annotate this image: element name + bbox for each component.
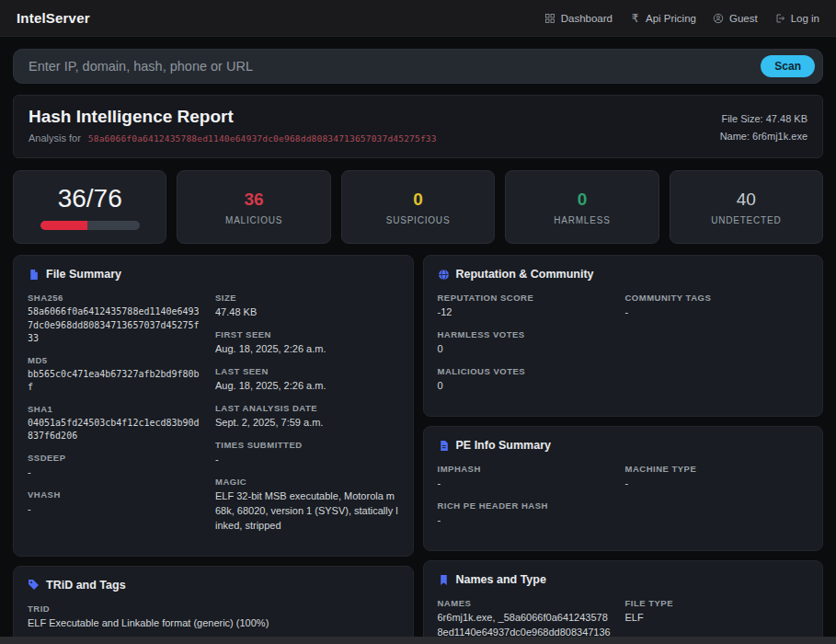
page-title: Hash Intelligence Report xyxy=(29,107,437,127)
harmless-label: HARMLESS xyxy=(554,215,610,225)
nav-item-dashboard[interactable]: Dashboard xyxy=(544,12,613,24)
detection-progress-bar xyxy=(40,221,140,230)
logout-icon xyxy=(774,12,786,24)
file-icon xyxy=(28,269,40,281)
left-column: File Summary SHA256 58a6066f0a6412435788… xyxy=(13,255,414,644)
nav-label-dashboard: Dashboard xyxy=(561,13,613,24)
file-name-text: Name: 6r6mj1k.exe xyxy=(720,128,807,145)
analysis-for-line: Analysis for58a6066f0a6412435788ed1140e6… xyxy=(29,132,437,144)
top-navigation-bar: IntelServer Dashboard ₹ Api Pricing Gues… xyxy=(0,0,836,37)
globe-icon xyxy=(438,269,450,281)
field-community-tags: COMMUNITY TAGS - xyxy=(625,293,808,320)
pe-info-panel: PE Info Summary IMPHASH - RICH PE HEADER… xyxy=(423,426,824,551)
nav-label-api-pricing: Api Pricing xyxy=(646,13,696,24)
field-ssdeep: SSDEEP - xyxy=(28,453,202,480)
nav-label-login: Log in xyxy=(791,13,819,24)
field-harmless-votes: HARMLESS VOTES 0 xyxy=(438,329,613,357)
tag-icon xyxy=(28,579,40,591)
search-input[interactable] xyxy=(13,49,823,84)
file-summary-panel: File Summary SHA256 58a6066f0a6412435788… xyxy=(13,255,414,557)
report-body-grid: File Summary SHA256 58a6066f0a6412435788… xyxy=(13,255,823,644)
field-size: SIZE 47.48 KB xyxy=(215,293,398,320)
field-vhash: VHASH - xyxy=(28,489,202,517)
nav-item-login[interactable]: Log in xyxy=(774,12,819,24)
names-type-title: Names and Type xyxy=(456,573,546,586)
field-last-seen: LAST SEEN Aug. 18, 2025, 2:26 a.m. xyxy=(215,366,398,394)
field-sha256: SHA256 58a6066f0a6412435788ed1140e64937d… xyxy=(28,293,202,346)
nav-item-api-pricing[interactable]: ₹ Api Pricing xyxy=(629,12,696,24)
malicious-count: 36 xyxy=(245,190,264,210)
file-size-text: File Size: 47.48 KB xyxy=(720,110,807,128)
document-icon xyxy=(438,440,450,452)
reputation-panel: Reputation & Community REPUTATION SCORE … xyxy=(423,255,824,417)
field-first-seen: FIRST SEEN Aug. 18, 2025, 2:26 a.m. xyxy=(215,329,398,357)
file-summary-title: File Summary xyxy=(46,268,121,281)
grid-icon xyxy=(544,12,556,24)
detection-stats-row: 36/76 36 MALICIOUS 0 SUSPICIOUS 0 HARMLE… xyxy=(13,170,823,244)
names-type-panel: Names and Type NAMES 6r6mj1k.exe, _58a60… xyxy=(423,560,824,644)
undetected-count: 40 xyxy=(737,190,756,210)
reputation-title: Reputation & Community xyxy=(456,268,594,281)
footer-divider xyxy=(0,637,836,644)
rupee-icon: ₹ xyxy=(629,12,641,24)
field-malicious-votes: MALICIOUS VOTES 0 xyxy=(438,366,613,394)
report-header: Hash Intelligence Report Analysis for58a… xyxy=(13,95,823,158)
suspicious-count: 0 xyxy=(413,190,423,210)
nav-menu: Dashboard ₹ Api Pricing Guest Log in xyxy=(544,12,819,24)
field-trid: TRID ELF Executable and Linkable format … xyxy=(28,604,399,631)
user-icon xyxy=(713,12,725,24)
harmless-count: 0 xyxy=(578,190,588,210)
detection-score: 36/76 xyxy=(58,185,122,213)
report-meta: File Size: 47.48 KB Name: 6r6mj1k.exe xyxy=(720,107,807,144)
field-rich-pe-header-hash: RICH PE HEADER HASH - xyxy=(438,500,613,528)
field-sha1: SHA1 04051a5fd24503cb4f12c1ecd83b90d837f… xyxy=(28,404,202,443)
right-column: Reputation & Community REPUTATION SCORE … xyxy=(423,255,824,644)
analyzed-hash: 58a6066f0a6412435788ed1140e64937dc0e968d… xyxy=(88,133,437,144)
search-section: Scan xyxy=(0,37,836,84)
analysis-for-label: Analysis for xyxy=(29,132,81,144)
field-reputation-score: REPUTATION SCORE -12 xyxy=(438,293,613,320)
detection-score-card: 36/76 xyxy=(13,170,166,244)
trid-tags-title: TRiD and Tags xyxy=(46,579,126,592)
nav-item-guest[interactable]: Guest xyxy=(713,12,758,24)
pe-info-title: PE Info Summary xyxy=(456,439,552,452)
suspicious-label: SUSPICIOUS xyxy=(386,215,451,225)
field-last-analysis-date: LAST ANALYSIS DATE Sept. 2, 2025, 7:59 a… xyxy=(215,403,398,431)
malicious-card: 36 MALICIOUS xyxy=(177,170,330,244)
scan-button[interactable]: Scan xyxy=(761,55,815,77)
field-file-type: FILE TYPE ELF xyxy=(625,598,808,626)
malicious-label: MALICIOUS xyxy=(225,215,282,225)
bookmark-icon xyxy=(438,574,450,586)
field-times-submitted: TIMES SUBMITTED - xyxy=(215,440,398,467)
trid-tags-panel: TRiD and Tags TRID ELF Executable and Li… xyxy=(13,566,414,644)
harmless-card: 0 HARMLESS xyxy=(505,170,658,244)
field-machine-type: MACHINE TYPE - xyxy=(625,464,808,491)
brand-logo[interactable]: IntelServer xyxy=(17,10,90,26)
undetected-label: UNDETECTED xyxy=(711,215,781,225)
detection-progress-fill xyxy=(40,221,87,230)
suspicious-card: 0 SUSPICIOUS xyxy=(341,170,495,244)
undetected-card: 40 UNDETECTED xyxy=(670,170,823,244)
nav-label-guest: Guest xyxy=(729,13,758,24)
field-magic: MAGIC ELF 32-bit MSB executable, Motorol… xyxy=(215,477,398,534)
field-md5: MD5 bb565c0c471ea4b67327afb2bd9f80bf xyxy=(28,355,202,395)
field-imphash: IMPHASH - xyxy=(438,464,613,491)
